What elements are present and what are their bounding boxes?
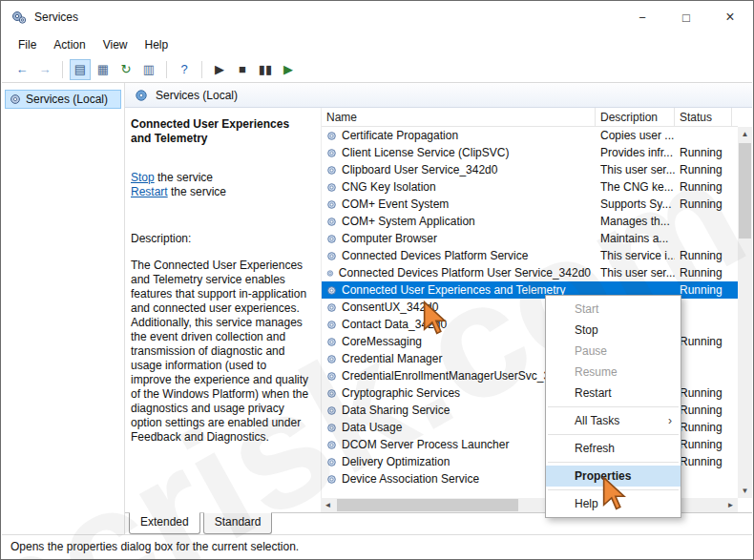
stop-service-link[interactable]: Stop: [131, 171, 155, 184]
toolbar-separator: [62, 61, 63, 78]
column-header-status[interactable]: Status: [675, 108, 732, 126]
service-description-cell: Supports Sy...: [596, 196, 675, 213]
vertical-scroll-thumb[interactable]: [739, 143, 751, 239]
scroll-up-icon[interactable]: ▲: [738, 127, 752, 141]
service-row[interactable]: Certificate PropagationCopies user ...: [322, 127, 738, 144]
service-status-cell: [675, 316, 732, 333]
service-name-cell: Computer Browser: [322, 230, 596, 247]
context-menu-start[interactable]: Start: [546, 299, 681, 320]
stop-service-button[interactable]: ■: [232, 59, 253, 80]
service-gear-icon: [326, 423, 337, 433]
tree-item-services-local[interactable]: Services (Local): [5, 90, 121, 109]
service-name-cell: COM+ Event System: [322, 196, 596, 213]
service-name-cell: Client License Service (ClipSVC): [322, 144, 596, 161]
maximize-button[interactable]: □: [664, 1, 708, 33]
context-menu-pause[interactable]: Pause: [546, 341, 681, 362]
service-row[interactable]: Connected Devices Platform ServiceThis s…: [322, 247, 738, 264]
service-title: Connected User Experiences and Telemetry: [131, 117, 309, 146]
refresh-button[interactable]: ↻: [115, 59, 136, 80]
context-menu-all-tasks[interactable]: All Tasks›: [546, 410, 681, 431]
service-row[interactable]: Connected Devices Platform User Service_…: [322, 264, 738, 281]
context-menu-stop[interactable]: Stop: [546, 320, 681, 341]
service-row[interactable]: COM+ Event SystemSupports Sy...Running: [322, 196, 738, 213]
service-gear-icon: [326, 285, 337, 296]
service-name-cell: Connected Devices Platform Service: [322, 247, 596, 264]
service-description-cell: This service i...: [596, 247, 675, 264]
service-status-cell: [675, 367, 732, 384]
service-gear-icon: [326, 457, 337, 467]
service-description-cell: Maintains a...: [596, 230, 675, 247]
services-node-icon: [10, 93, 21, 105]
service-status-cell: [675, 127, 732, 144]
restart-service-link[interactable]: Restart: [131, 185, 168, 198]
column-header-name[interactable]: Name: [322, 108, 596, 126]
service-gear-icon: [326, 268, 334, 279]
tab-extended[interactable]: Extended: [129, 512, 200, 534]
extended-detail-pane: Connected User Experiences and Telemetry…: [125, 108, 321, 498]
service-gear-icon: [326, 371, 337, 382]
menu-action[interactable]: Action: [45, 35, 94, 54]
horizontal-scroll-thumb[interactable]: [337, 499, 518, 511]
scroll-down-icon[interactable]: ▼: [738, 484, 752, 498]
service-status-cell: Running: [675, 281, 732, 299]
context-menu-resume[interactable]: Resume: [546, 362, 681, 383]
context-menu-refresh[interactable]: Refresh: [546, 438, 681, 459]
tab-standard[interactable]: Standard: [203, 512, 273, 534]
back-button[interactable]: ←: [11, 59, 32, 80]
list-header: NameDescriptionStatus: [322, 108, 738, 127]
title-bar: Services − □ ×: [2, 1, 752, 33]
annotation-cursor-properties-icon: [602, 476, 637, 510]
description-text: The Connected User Experiences and Telem…: [131, 259, 309, 445]
service-row[interactable]: Computer BrowserMaintains a...: [322, 230, 738, 247]
service-status-cell: [675, 213, 732, 230]
service-row[interactable]: COM+ System ApplicationManages th...: [322, 213, 738, 230]
menu-separator: [548, 406, 679, 407]
service-row[interactable]: CNG Key IsolationThe CNG ke...Running: [322, 178, 738, 196]
service-name-cell: COM+ System Application: [322, 213, 596, 230]
service-gear-icon: [326, 131, 337, 141]
service-name-cell: CNG Key Isolation: [322, 178, 596, 196]
restart-link-suffix: the service: [168, 185, 226, 198]
service-gear-icon: [326, 474, 337, 485]
service-gear-icon: [326, 165, 337, 176]
console-tree-panel: Services (Local): [2, 83, 125, 534]
menu-file[interactable]: File: [10, 35, 45, 54]
close-button[interactable]: ×: [708, 1, 752, 33]
context-menu-restart[interactable]: Restart: [546, 383, 681, 404]
help-button[interactable]: ?: [174, 59, 195, 80]
menu-view[interactable]: View: [94, 35, 136, 54]
pause-service-button[interactable]: ▮▮: [255, 59, 276, 80]
service-row[interactable]: Clipboard User Service_342d0This user se…: [322, 161, 738, 178]
menu-help[interactable]: Help: [136, 35, 178, 54]
start-service-button[interactable]: ▶: [209, 59, 230, 80]
service-gear-icon: [326, 234, 337, 244]
restart-service-button[interactable]: ▶: [278, 59, 299, 80]
service-gear-icon: [326, 182, 337, 193]
tree-item-label: Services (Local): [26, 93, 108, 106]
column-header-description[interactable]: Description: [596, 108, 675, 126]
service-gear-icon: [326, 405, 337, 416]
toolbar-separator: [166, 61, 167, 78]
scroll-left-icon[interactable]: ◄: [321, 498, 335, 512]
scope-node-icon: [135, 89, 148, 102]
service-row[interactable]: Client License Service (ClipSVC)Provides…: [322, 144, 738, 161]
service-action-links: Stop the service Restart the service: [131, 171, 309, 199]
forward-button[interactable]: →: [34, 59, 55, 80]
properties-button[interactable]: ▦: [93, 59, 114, 80]
export-list-button[interactable]: ▥: [138, 59, 159, 80]
vertical-scrollbar[interactable]: ▲ ▼: [738, 127, 752, 498]
service-gear-icon: [326, 354, 337, 364]
submenu-arrow-icon: ›: [668, 414, 672, 427]
service-status-cell: Running: [675, 161, 732, 178]
scroll-right-icon[interactable]: ►: [723, 498, 738, 512]
service-status-cell: Running: [675, 178, 732, 196]
show-hide-console-tree-button[interactable]: ▤: [70, 59, 91, 80]
service-gear-icon: [326, 320, 337, 330]
service-status-cell: [675, 299, 732, 316]
service-description-cell: This user ser...: [596, 161, 675, 178]
minimize-button[interactable]: −: [620, 1, 664, 33]
service-status-cell: Running: [675, 196, 732, 213]
service-status-cell: [675, 350, 732, 367]
service-description-cell: The CNG ke...: [596, 178, 675, 196]
service-gear-icon: [326, 217, 337, 227]
